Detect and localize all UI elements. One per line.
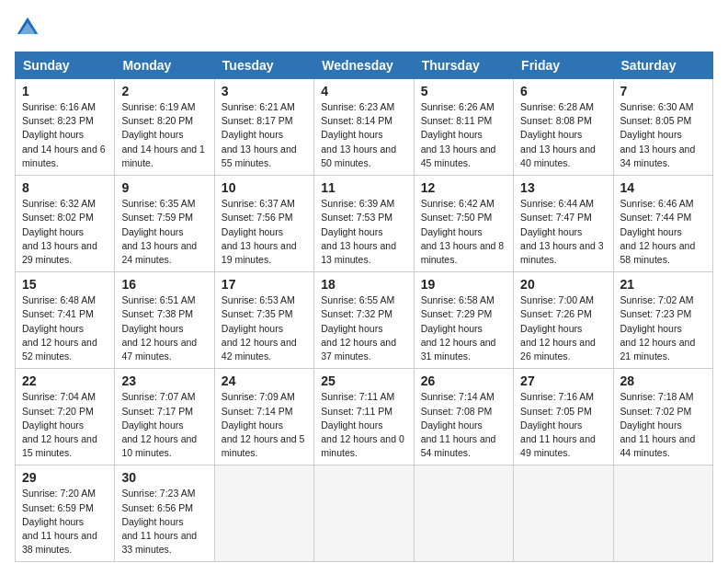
day-cell-5: 5Sunrise: 6:26 AMSunset: 8:11 PMDaylight… [414, 79, 513, 176]
day-info: Sunrise: 6:48 AMSunset: 7:41 PMDaylight … [22, 294, 97, 362]
day-info: Sunrise: 6:30 AMSunset: 8:05 PMDaylight … [620, 101, 696, 168]
day-number: 19 [421, 277, 506, 292]
day-cell-13: 13Sunrise: 6:44 AMSunset: 7:47 PMDayligh… [514, 176, 613, 272]
empty-cell [514, 465, 613, 562]
day-number: 23 [121, 373, 207, 388]
day-number: 10 [222, 180, 307, 195]
day-info: Sunrise: 6:16 AMSunset: 8:23 PMDaylight … [22, 101, 106, 168]
day-number: 11 [321, 180, 406, 195]
day-info: Sunrise: 7:09 AMSunset: 7:14 PMDaylight … [222, 391, 305, 458]
weekday-header-friday: Friday [514, 52, 613, 79]
day-number: 6 [520, 84, 606, 98]
day-number: 13 [520, 180, 606, 195]
day-number: 8 [22, 180, 108, 195]
day-number: 24 [222, 373, 307, 388]
day-info: Sunrise: 6:35 AMSunset: 7:59 PMDaylight … [121, 198, 197, 265]
day-number: 18 [321, 277, 406, 292]
logo-icon [15, 15, 40, 40]
day-cell-28: 28Sunrise: 7:18 AMSunset: 7:02 PMDayligh… [613, 369, 712, 465]
day-number: 15 [22, 277, 108, 292]
day-cell-15: 15Sunrise: 6:48 AMSunset: 7:41 PMDayligh… [16, 272, 115, 369]
day-info: Sunrise: 6:23 AMSunset: 8:14 PMDaylight … [321, 101, 396, 168]
day-cell-20: 20Sunrise: 7:00 AMSunset: 7:26 PMDayligh… [514, 272, 613, 369]
day-info: Sunrise: 7:00 AMSunset: 7:26 PMDaylight … [520, 294, 596, 362]
day-number: 14 [620, 180, 706, 195]
day-number: 4 [321, 84, 406, 98]
day-info: Sunrise: 6:26 AMSunset: 8:11 PMDaylight … [421, 101, 496, 168]
day-cell-6: 6Sunrise: 6:28 AMSunset: 8:08 PMDaylight… [514, 79, 613, 176]
day-info: Sunrise: 7:14 AMSunset: 7:08 PMDaylight … [421, 391, 496, 458]
day-number: 22 [22, 373, 108, 388]
day-info: Sunrise: 6:32 AMSunset: 8:02 PMDaylight … [22, 198, 97, 265]
weekday-header-thursday: Thursday [414, 52, 513, 79]
day-cell-17: 17Sunrise: 6:53 AMSunset: 7:35 PMDayligh… [214, 272, 313, 369]
day-number: 25 [321, 373, 406, 388]
day-info: Sunrise: 7:11 AMSunset: 7:11 PMDaylight … [321, 391, 404, 458]
day-info: Sunrise: 7:23 AMSunset: 6:56 PMDaylight … [121, 488, 197, 555]
calendar-table: SundayMondayTuesdayWednesdayThursdayFrid… [15, 52, 713, 562]
empty-cell [613, 465, 712, 562]
day-cell-2: 2Sunrise: 6:19 AMSunset: 8:20 PMDaylight… [115, 79, 214, 176]
day-info: Sunrise: 6:39 AMSunset: 7:53 PMDaylight … [321, 198, 396, 265]
day-info: Sunrise: 6:42 AMSunset: 7:50 PMDaylight … [421, 198, 505, 265]
day-info: Sunrise: 6:55 AMSunset: 7:32 PMDaylight … [321, 294, 396, 362]
day-info: Sunrise: 6:19 AMSunset: 8:20 PMDaylight … [121, 101, 205, 168]
day-cell-29: 29Sunrise: 7:20 AMSunset: 6:59 PMDayligh… [16, 465, 115, 562]
day-cell-8: 8Sunrise: 6:32 AMSunset: 8:02 PMDaylight… [16, 176, 115, 272]
logo [15, 15, 44, 40]
day-info: Sunrise: 7:20 AMSunset: 6:59 PMDaylight … [22, 488, 97, 555]
day-cell-25: 25Sunrise: 7:11 AMSunset: 7:11 PMDayligh… [314, 369, 414, 465]
day-cell-11: 11Sunrise: 6:39 AMSunset: 7:53 PMDayligh… [314, 176, 414, 272]
day-cell-9: 9Sunrise: 6:35 AMSunset: 7:59 PMDaylight… [115, 176, 214, 272]
day-info: Sunrise: 6:28 AMSunset: 8:08 PMDaylight … [520, 101, 596, 168]
page-header [15, 15, 713, 40]
day-number: 5 [421, 84, 506, 98]
weekday-header-monday: Monday [115, 52, 214, 79]
day-number: 26 [421, 373, 506, 388]
day-info: Sunrise: 6:51 AMSunset: 7:38 PMDaylight … [121, 294, 197, 362]
weekday-header-tuesday: Tuesday [214, 52, 313, 79]
day-info: Sunrise: 7:18 AMSunset: 7:02 PMDaylight … [620, 391, 696, 458]
day-number: 3 [222, 84, 307, 98]
day-info: Sunrise: 6:21 AMSunset: 8:17 PMDaylight … [222, 101, 297, 168]
day-number: 27 [520, 373, 606, 388]
day-cell-21: 21Sunrise: 7:02 AMSunset: 7:23 PMDayligh… [613, 272, 712, 369]
day-number: 17 [222, 277, 307, 292]
weekday-header-wednesday: Wednesday [314, 52, 414, 79]
day-info: Sunrise: 7:02 AMSunset: 7:23 PMDaylight … [620, 294, 696, 362]
day-cell-10: 10Sunrise: 6:37 AMSunset: 7:56 PMDayligh… [214, 176, 313, 272]
day-info: Sunrise: 7:07 AMSunset: 7:17 PMDaylight … [121, 391, 197, 458]
day-number: 12 [421, 180, 506, 195]
empty-cell [214, 465, 313, 562]
weekday-header-sunday: Sunday [16, 52, 115, 79]
day-cell-12: 12Sunrise: 6:42 AMSunset: 7:50 PMDayligh… [414, 176, 513, 272]
empty-cell [414, 465, 513, 562]
day-number: 2 [121, 84, 207, 98]
day-info: Sunrise: 7:04 AMSunset: 7:20 PMDaylight … [22, 391, 97, 458]
day-cell-26: 26Sunrise: 7:14 AMSunset: 7:08 PMDayligh… [414, 369, 513, 465]
day-cell-19: 19Sunrise: 6:58 AMSunset: 7:29 PMDayligh… [414, 272, 513, 369]
day-number: 7 [620, 84, 706, 98]
day-info: Sunrise: 6:58 AMSunset: 7:29 PMDaylight … [421, 294, 496, 362]
day-cell-4: 4Sunrise: 6:23 AMSunset: 8:14 PMDaylight… [314, 79, 414, 176]
day-info: Sunrise: 6:37 AMSunset: 7:56 PMDaylight … [222, 198, 297, 265]
day-cell-18: 18Sunrise: 6:55 AMSunset: 7:32 PMDayligh… [314, 272, 414, 369]
empty-cell [314, 465, 414, 562]
day-info: Sunrise: 7:16 AMSunset: 7:05 PMDaylight … [520, 391, 596, 458]
day-cell-3: 3Sunrise: 6:21 AMSunset: 8:17 PMDaylight… [214, 79, 313, 176]
weekday-header-saturday: Saturday [613, 52, 712, 79]
day-cell-27: 27Sunrise: 7:16 AMSunset: 7:05 PMDayligh… [514, 369, 613, 465]
day-number: 28 [620, 373, 706, 388]
day-number: 30 [121, 470, 207, 485]
day-cell-14: 14Sunrise: 6:46 AMSunset: 7:44 PMDayligh… [613, 176, 712, 272]
day-number: 20 [520, 277, 606, 292]
day-cell-1: 1Sunrise: 6:16 AMSunset: 8:23 PMDaylight… [16, 79, 115, 176]
day-number: 21 [620, 277, 706, 292]
day-cell-16: 16Sunrise: 6:51 AMSunset: 7:38 PMDayligh… [115, 272, 214, 369]
day-cell-24: 24Sunrise: 7:09 AMSunset: 7:14 PMDayligh… [214, 369, 313, 465]
day-info: Sunrise: 6:44 AMSunset: 7:47 PMDaylight … [520, 198, 604, 265]
day-cell-23: 23Sunrise: 7:07 AMSunset: 7:17 PMDayligh… [115, 369, 214, 465]
day-number: 1 [22, 84, 108, 98]
day-info: Sunrise: 6:53 AMSunset: 7:35 PMDaylight … [222, 294, 297, 362]
day-cell-7: 7Sunrise: 6:30 AMSunset: 8:05 PMDaylight… [613, 79, 712, 176]
